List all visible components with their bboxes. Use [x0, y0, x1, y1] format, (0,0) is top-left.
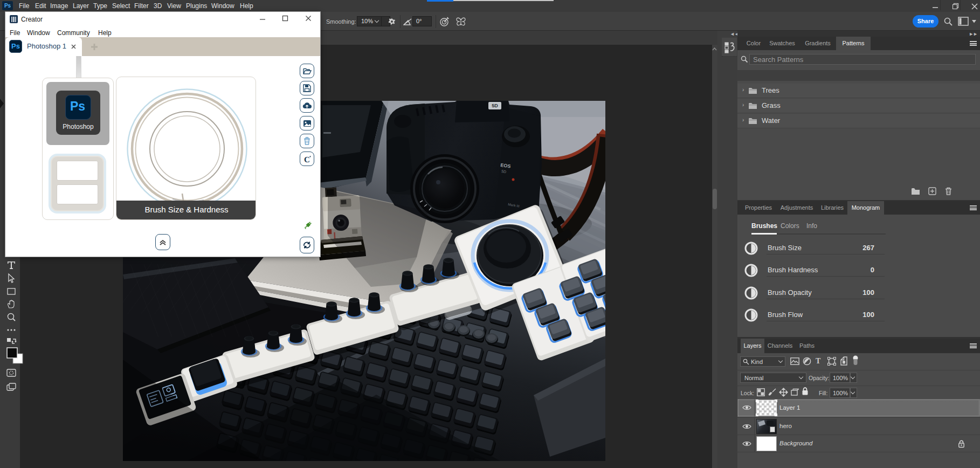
- svg-text:5D: 5D: [501, 169, 507, 174]
- svg-text:C: C: [304, 155, 310, 163]
- svg-text:5D: 5D: [492, 103, 498, 108]
